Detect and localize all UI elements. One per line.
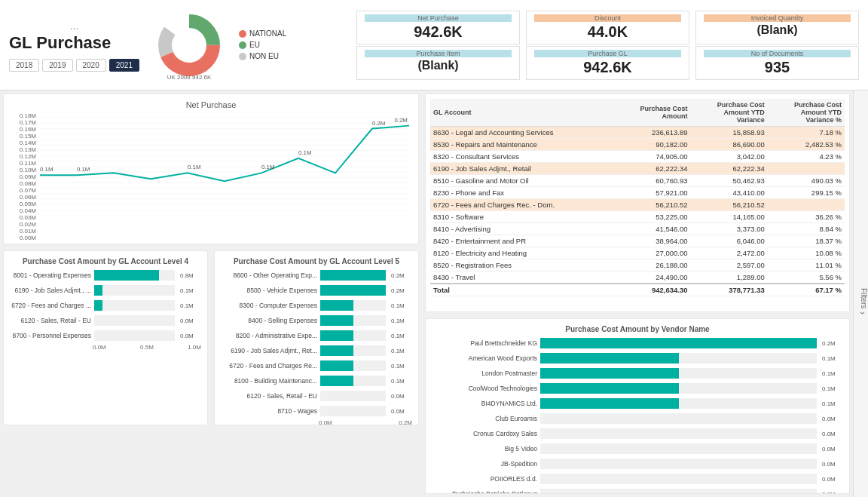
year-2020[interactable]: 2020 <box>76 59 106 72</box>
bar-value: 0.1M <box>822 385 843 392</box>
gl-ytd: 1,289.00 <box>691 272 768 284</box>
bar-row[interactable]: 6190 - Job Sales Adjmt., ... 0.1M <box>10 285 201 296</box>
bar-row[interactable]: 8200 - Administrative Expe... 0.1M <box>221 330 412 341</box>
bar-row[interactable]: American Wood Exports 0.1M <box>432 353 843 364</box>
bottom-charts-row: Purchase Cost Amount by GL Account Level… <box>0 247 422 428</box>
bar-row[interactable]: 8400 - Selling Expenses 0.1M <box>221 315 412 326</box>
gl-ytd: 2,472.00 <box>691 247 768 259</box>
bar-label: 8700 - Personnel Expenses <box>10 332 91 339</box>
header: ... GL Purchase 2018 2019 2020 2021 UK 2… <box>0 0 868 91</box>
net-purchase-label: Net Purchase <box>365 14 512 22</box>
bar-row[interactable]: JB-Spedition 0.0M <box>432 459 843 469</box>
no-docs-value: 935 <box>704 59 851 76</box>
bar-row[interactable]: London Postmaster 0.1M <box>432 368 843 379</box>
bar-container <box>540 398 817 409</box>
bar-row[interactable]: Club Euroamis 0.0M <box>432 413 843 424</box>
table-row[interactable]: 8320 - Consultant Services 74,905.00 3,0… <box>430 151 845 163</box>
table-row[interactable]: Total 942,634.30 378,771.33 67.17 % <box>430 284 845 296</box>
bar-label: London Postmaster <box>432 370 537 377</box>
bar-row[interactable]: 8500 - Vehicle Expenses 0.2M <box>221 285 412 296</box>
col-purchase-pct: Purchase CostAmount YTDVariance % <box>768 99 845 127</box>
level4-bar-chart: 8001 - Operating Expenses 0.8M 6190 - Jo… <box>10 270 201 341</box>
line-chart-svg: 0.1M 0.1M 0.1M 0.1M 0.1M 0.2M 0.2M <box>40 112 409 216</box>
bar-row[interactable]: 8700 - Personnel Expenses 0.0M <box>10 330 201 341</box>
gl-pct: 18.37 % <box>768 235 845 247</box>
bar-value: 0.1M <box>822 400 843 407</box>
bar-row[interactable]: 6720 - Fees and Charges Re... 0.1M <box>221 360 412 371</box>
bar-row[interactable]: 6120 - Sales, Retail - EU 0.0M <box>10 315 201 326</box>
table-row[interactable]: 8630 - Legal and Accounting Services 236… <box>430 127 845 139</box>
metric-purchase-item[interactable]: Purchase Item (Blank) <box>356 46 520 80</box>
metric-discount[interactable]: Discount 44.0K <box>526 11 689 44</box>
bar-label: 6190 - Job Sales Adjmt., ... <box>10 287 91 294</box>
table-row[interactable]: 6720 - Fees and Charges Rec. - Dom. 56,2… <box>430 199 845 211</box>
bar-fill <box>540 398 679 409</box>
filters-label: Filters <box>860 288 868 308</box>
svg-text:0.1M: 0.1M <box>261 164 274 170</box>
metric-purchase-gl[interactable]: Purchase GL 942.6K <box>526 46 689 80</box>
level5-chart-title: Purchase Cost Amount by GL Account Level… <box>221 257 412 265</box>
metric-no-docs[interactable]: No of Documents 935 <box>695 46 859 80</box>
bar-row[interactable]: 8300 - Computer Expenses 0.1M <box>221 300 412 311</box>
bar-row[interactable]: 6190 - Job Sales Adjmt., Ret... 0.1M <box>221 345 412 356</box>
bar-row[interactable]: Technische Betriebe Rotkreuz 0.0M <box>432 489 843 494</box>
gl-ytd: 14,165.00 <box>691 211 768 223</box>
table-row[interactable]: 8530 - Repairs and Maintenance 90,182.00… <box>430 139 845 151</box>
gl-account-name: 8510 - Gasoline and Motor Oil <box>430 175 613 187</box>
table-row[interactable]: 8510 - Gasoline and Motor Oil 60,760.93 … <box>430 175 845 187</box>
bar-row[interactable]: 8001 - Operating Expenses 0.8M <box>10 270 201 281</box>
level4-x-labels: 0.0M 0.5M 1.0M <box>10 344 201 351</box>
gl-amount: 56,210.52 <box>613 199 690 211</box>
bar-row[interactable]: Paul Brettschneider KG 0.2M <box>432 338 843 348</box>
purchase-item-label: Purchase Item <box>365 50 512 57</box>
bar-container <box>540 383 817 394</box>
bar-row[interactable]: BI4DYNAMICS Ltd. 0.1M <box>432 398 843 409</box>
table-row[interactable]: 8430 - Travel 24,490.00 1,289.00 5.56 % <box>430 272 845 284</box>
bar-row[interactable]: 8710 - Wages 0.0M <box>221 406 412 416</box>
bar-fill <box>540 338 817 348</box>
metric-invoiced[interactable]: Invoiced Quantity (Blank) <box>695 11 859 44</box>
bar-value: 0.2M <box>822 340 843 347</box>
gl-pct: 4.23 % <box>768 151 845 163</box>
bar-container <box>320 285 386 296</box>
table-row[interactable]: 8410 - Advertising 41,546.00 3,373.00 8.… <box>430 223 845 235</box>
bar-row[interactable]: 6720 - Fees and Charges ... 0.1M <box>10 300 201 311</box>
gl-account-name: 6720 - Fees and Charges Rec. - Dom. <box>430 199 613 211</box>
year-2019[interactable]: 2019 <box>42 59 72 72</box>
bar-value: 0.1M <box>391 348 412 354</box>
gl-pct: 5.56 % <box>768 272 845 284</box>
table-row[interactable]: 6190 - Job Sales Adjmt., Retail 62,222.3… <box>430 163 845 175</box>
filters-panel[interactable]: Filters › <box>853 91 868 497</box>
bar-fill <box>320 300 353 311</box>
year-2018[interactable]: 2018 <box>9 59 39 72</box>
legend-national: NATIONAL <box>239 29 344 38</box>
net-purchase-value: 942.6K <box>365 23 512 41</box>
bar-row[interactable]: 6120 - Sales, Retail - EU 0.0M <box>221 391 412 401</box>
filters-arrow-icon: › <box>857 311 868 314</box>
bar-row[interactable]: 8600 - Other Operating Exp... 0.2M <box>221 270 412 281</box>
table-row[interactable]: 8310 - Software 53,225.00 14,165.00 36.2… <box>430 211 845 223</box>
year-2021[interactable]: 2021 <box>109 59 139 72</box>
gl-pct: 2,482.53 % <box>768 139 845 151</box>
table-row[interactable]: 8420 - Entertainment and PR 38,964.00 6,… <box>430 235 845 247</box>
metrics-row-top: Net Purchase 942.6K Discount 44.0K Invoi… <box>356 11 859 44</box>
legend-eu: EU <box>239 41 344 49</box>
bar-row[interactable]: CoolWood Technologies 0.1M <box>432 383 843 394</box>
gl-amount: 90,182.00 <box>613 139 690 151</box>
level5-bar-chart: 8600 - Other Operating Exp... 0.2M 8500 … <box>221 270 412 416</box>
bar-label: 8001 - Operating Expenses <box>10 272 91 279</box>
gl-table-section: GL Account Purchase CostAmount Purchase … <box>425 94 850 312</box>
bar-row[interactable]: Big 5 Video 0.0M <box>432 443 843 454</box>
table-row[interactable]: 8230 - Phone and Fax 57,921.00 43,410.00… <box>430 187 845 199</box>
gl-account-name: 8430 - Travel <box>430 272 613 284</box>
table-row[interactable]: 8520 - Registration Fees 26,188.00 2,597… <box>430 259 845 272</box>
metric-net-purchase[interactable]: Net Purchase 942.6K <box>356 11 520 44</box>
bar-row[interactable]: Cronus Cardoxy Sales 0.0M <box>432 428 843 439</box>
gl-pct: 67.17 % <box>768 284 845 296</box>
gl-ytd: 3,042.00 <box>691 151 768 163</box>
bar-row[interactable]: POIIORLES d.d. 0.0M <box>432 474 843 484</box>
bar-row[interactable]: 8100 - Building Maintenanc... 0.1M <box>221 376 412 386</box>
bar-value: 0.0M <box>391 408 412 415</box>
bar-value: 0.0M <box>391 393 412 400</box>
table-row[interactable]: 8120 - Electricity and Heating 27,000.00… <box>430 247 845 259</box>
